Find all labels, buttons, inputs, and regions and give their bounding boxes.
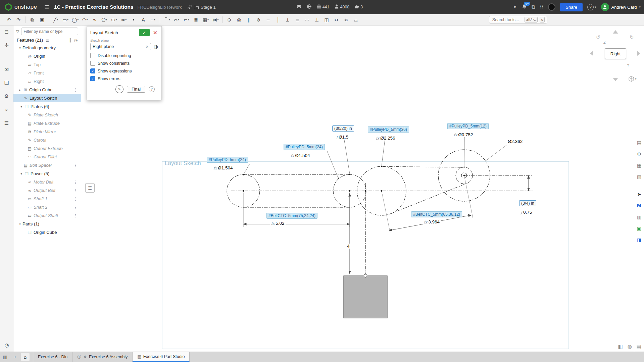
use-sketch-tool[interactable]: ⧉ [28, 15, 37, 24]
pulley36-dimension[interactable]: fxØ2.256 [375, 136, 396, 141]
curve-tool[interactable]: ≈▾ [119, 15, 129, 24]
dialog-accept-button[interactable]: ✓ [139, 29, 150, 36]
feature-origin-cube[interactable]: ❑Origin Cube [13, 228, 81, 237]
feature-shaft-2[interactable]: ▭Shaft 2⋮ [13, 203, 81, 211]
education-stat[interactable] [296, 5, 302, 10]
search-tools[interactable]: alt/⌥ c [489, 16, 547, 23]
final-button[interactable]: Final [127, 86, 145, 93]
tab-exercise-6-part-studio[interactable]: ▦Exercise 6 Part Studio [133, 352, 190, 362]
text-tool[interactable]: A [139, 15, 148, 24]
offset-dimension[interactable]: ƒ0.75 [520, 210, 533, 215]
sketch-canvas[interactable] [81, 25, 644, 352]
feature-output-belt[interactable]: ∞Output Belt⋮ [13, 186, 81, 195]
pattern-tool[interactable]: ▦▾ [201, 15, 210, 24]
link-icon[interactable] [187, 5, 192, 9]
ai-assistant-icon[interactable]: ✦ [513, 4, 517, 10]
feature-origin[interactable]: ◎Origin [13, 52, 81, 60]
view-rotate-right-arrow[interactable] [637, 51, 640, 56]
menu-icon[interactable]: ☰ [44, 4, 49, 10]
library-icon[interactable]: ▥ [636, 213, 643, 221]
mirror-tool[interactable]: ⋈▾ [211, 15, 220, 24]
pulley12-label[interactable]: #PulleyPD_5mm(12) [447, 123, 489, 129]
belt65-top-line[interactable] [382, 166, 464, 167]
versions-icon[interactable]: ⊟ [2, 28, 11, 36]
feature-list-settings-icon[interactable]: ≣ [46, 38, 49, 43]
midpoint-tool[interactable]: ⋯ [302, 15, 312, 24]
model-canvas[interactable]: Layout Sketch #PulleyPD_5mm(24) fxØ1.504… [81, 25, 644, 352]
ratio-expression-label[interactable]: (30/20) in [332, 125, 354, 132]
rollback-history-icon[interactable]: ◷ [74, 38, 78, 43]
normal-tool[interactable]: ⊥ [312, 15, 321, 24]
redo-tool[interactable]: ↷ [14, 15, 23, 24]
performance-icon[interactable]: ◔ [2, 341, 11, 350]
feature-state-icon[interactable]: ⋮ [73, 88, 78, 92]
measure-tool[interactable]: ⌓ [351, 15, 360, 24]
dialog-cancel-button[interactable]: ✕ [152, 30, 159, 36]
app-grid-icon[interactable]: ⠿ [540, 4, 543, 10]
panels-icon[interactable]: ◨ [636, 236, 643, 244]
origin-point[interactable] [364, 274, 367, 277]
tangent-tool[interactable]: ⊘ [254, 15, 263, 24]
search-tools-input[interactable] [492, 17, 523, 22]
symmetry-tool[interactable]: ◫ [322, 15, 331, 24]
selection-icon[interactable]: ➤ [636, 191, 643, 198]
properties-icon[interactable]: ▧ [636, 173, 643, 180]
copies-stat[interactable]: 441 [317, 4, 330, 10]
height-dimension[interactable]: 4 [346, 244, 351, 249]
feature-top[interactable]: ▱Top [13, 60, 81, 69]
equal-tool[interactable]: ≡ [293, 15, 302, 24]
spline-tool[interactable]: ∿ [90, 15, 99, 24]
outer-diameter-dimension[interactable]: Ø2.362 [507, 139, 524, 144]
checkbox-show-expressions[interactable]: ✓ [90, 68, 95, 73]
tab-exercise-6-assembly[interactable]: ⓘ❖Exercise 6 Assembly [72, 352, 133, 362]
workspace-name[interactable]: Stage 1 [201, 5, 216, 10]
feature-plate-extrude[interactable]: ▤Plate Extrude [13, 119, 81, 127]
document-icon[interactable]: ❏ [2, 79, 11, 87]
coincident-tool[interactable]: ⊙ [225, 15, 234, 24]
feature-plate-mirror[interactable]: ⧉Plate Mirror [13, 127, 81, 136]
add-tab-button[interactable]: + [10, 352, 20, 362]
feature-motor-belt[interactable]: ∞Motor Belt⋮ [13, 178, 81, 186]
feature-filter-input[interactable] [21, 28, 78, 35]
isometric-view-button[interactable]: ▾ [628, 76, 637, 82]
caret-down-icon[interactable]: ▾ [17, 222, 22, 226]
feature-state-icon[interactable]: ⋮ [73, 197, 78, 201]
vertical-tool[interactable]: │ [273, 15, 283, 24]
polygon-tool[interactable]: ⬠▾ [100, 15, 109, 24]
feature-state-icon[interactable]: ⋮ [73, 180, 78, 185]
origin-cube-face[interactable] [344, 276, 387, 318]
search-icon[interactable]: ⌕ [2, 105, 11, 114]
belt65-dimension[interactable]: fx3.964 [423, 219, 441, 224]
feature-front[interactable]: ▱Front [13, 69, 81, 77]
rotate-cw-icon[interactable]: ↻ [630, 34, 634, 40]
belt75-dimension[interactable]: fx5.02 [270, 221, 286, 226]
sketch-plane-field[interactable]: Right plane ✕ [90, 43, 151, 50]
clear-selection-icon[interactable]: ✕ [146, 45, 149, 49]
feature-state-icon[interactable]: ⋮ [73, 205, 78, 210]
rotate-ccw-icon[interactable]: ↺ [596, 34, 600, 40]
dialog-help-icon[interactable]: ? [149, 86, 155, 92]
dimension-tool[interactable]: ↔ [332, 15, 341, 24]
rectangle-tool[interactable]: ▭▾ [61, 15, 70, 24]
view-face-button[interactable]: Right [605, 48, 626, 59]
public-stat[interactable] [307, 4, 311, 10]
sheet-icon[interactable]: ▣ [636, 225, 643, 232]
pulley24-left-label[interactable]: #PulleyPD_5mm(24) [207, 157, 248, 163]
view-rotate-up-arrow[interactable] [613, 30, 618, 34]
insert-icon[interactable]: ✛ [2, 41, 11, 50]
insert-image-tool[interactable]: ▣ [37, 15, 47, 24]
view-options-icon[interactable]: ▤ [637, 344, 641, 350]
parallel-tool[interactable]: ∥ [244, 15, 253, 24]
caret-down-icon[interactable]: ▾ [17, 46, 22, 50]
feature-state-icon[interactable]: ⋮ [73, 213, 78, 218]
ellipse-tool[interactable]: ⬭▾ [109, 15, 119, 24]
feature-cutout-extrude[interactable]: ▤Cutout Extrude [13, 144, 81, 153]
likes-stat[interactable]: 3 [355, 4, 363, 10]
feature-plate-sketch[interactable]: ✎Plate Sketch [13, 111, 81, 119]
checkbox-disable-imprinting[interactable] [90, 53, 95, 58]
fillet-tool[interactable]: ⌒▾ [162, 15, 171, 24]
render-settings-icon[interactable]: ◧ [618, 344, 623, 350]
line-tool[interactable]: ╱▾ [51, 15, 60, 24]
pulley24-left-dimension[interactable]: fxØ1.504 [212, 165, 234, 170]
feature-origin-cube[interactable]: ▸⊞Origin Cube⋮ [13, 86, 81, 94]
